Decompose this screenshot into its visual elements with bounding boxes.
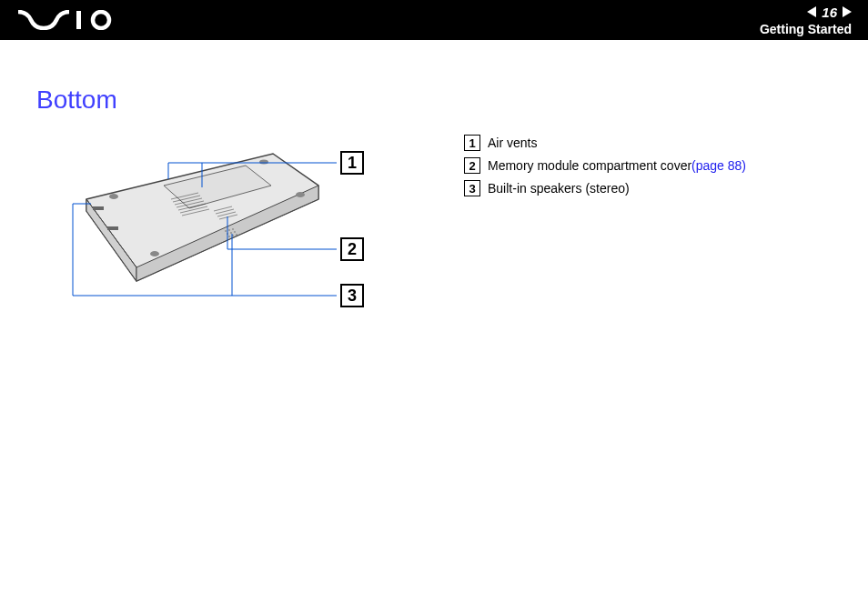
vaio-logo [16,10,121,30]
callout-box-3: 3 [340,284,364,307]
svg-point-25 [296,192,305,197]
legend-label: Built-in speakers (stereo) [488,181,630,196]
svg-point-22 [236,234,237,235]
section-name: Getting Started [760,22,852,36]
page-reference-link[interactable]: (page 88) [691,158,746,173]
prev-page-arrow-icon[interactable] [807,6,816,17]
page-number: 16 [822,5,837,20]
legend-label: Air vents [488,136,537,150]
header-bar: 16 Getting Started [0,0,868,40]
svg-point-26 [150,251,159,256]
callout-box-1: 1 [340,151,364,175]
legend: 1 Air vents 2 Memory module compartment … [464,131,746,203]
svg-point-15 [228,229,229,230]
svg-point-20 [228,236,229,236]
main-area: 1 2 3 1 Air vents 2 Memory module compar… [36,131,832,331]
svg-point-24 [259,160,268,165]
legend-label: Memory module compartment cover [488,158,691,173]
page-title: Bottom [36,85,832,115]
svg-point-16 [232,228,233,229]
callout-box-2: 2 [340,237,364,261]
diagram-svg [36,131,364,331]
legend-number-box: 3 [464,180,480,196]
svg-point-23 [109,194,118,199]
svg-rect-27 [93,206,104,210]
laptop-bottom-diagram: 1 2 3 [36,131,364,331]
svg-point-19 [234,231,235,232]
svg-rect-0 [76,11,81,29]
header-right: 16 Getting Started [760,5,852,36]
legend-item: 2 Memory module compartment cover (page … [464,157,746,174]
legend-item: 1 Air vents [464,135,746,151]
next-page-arrow-icon[interactable] [843,6,852,17]
svg-point-14 [225,230,226,231]
legend-number-box: 1 [464,135,480,151]
svg-point-21 [232,235,233,236]
page-navigation: 16 [760,5,852,20]
svg-point-18 [230,232,231,233]
legend-number-box: 2 [464,157,480,174]
svg-point-1 [93,12,109,28]
legend-item: 3 Built-in speakers (stereo) [464,180,746,196]
svg-rect-28 [107,226,118,230]
content-area: Bottom [0,40,868,331]
